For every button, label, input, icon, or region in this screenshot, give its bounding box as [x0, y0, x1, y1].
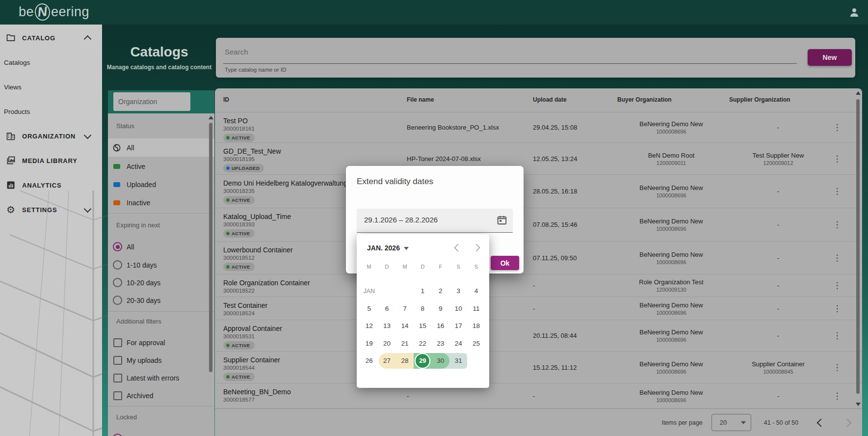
day-number[interactable]: 16 [437, 322, 444, 329]
day-number[interactable]: 27 [383, 357, 391, 364]
row-menu-button[interactable]: ⋮ [831, 175, 843, 208]
calendar-day-cell[interactable]: 16 [432, 317, 449, 335]
table-row[interactable]: Lowerbound Container3000018512ACTIVE07.1… [215, 242, 862, 274]
calendar-day-cell[interactable]: 5 [360, 300, 378, 318]
row-menu-button[interactable]: ⋮ [831, 320, 843, 351]
day-number[interactable]: 10 [455, 305, 462, 312]
sidebar-item-catalogs[interactable]: Catalogs [0, 50, 102, 75]
previous-page-button[interactable] [817, 418, 825, 427]
status-filter-active[interactable]: Active [108, 157, 214, 175]
sidebar-section-catalog[interactable]: CATALOG [0, 26, 102, 50]
day-number[interactable]: 24 [455, 340, 462, 347]
calendar-day-cell[interactable]: 11 [467, 300, 485, 318]
calendar-day-cell[interactable]: 14 [396, 317, 414, 335]
scroll-down-arrow-icon[interactable] [856, 403, 861, 406]
day-number[interactable]: 5 [367, 305, 371, 312]
day-number[interactable]: 31 [455, 357, 462, 364]
calendar-day-cell[interactable]: 4 [467, 282, 485, 300]
row-menu-button[interactable]: ⋮ [831, 274, 843, 297]
day-number[interactable]: 2 [439, 287, 443, 295]
day-number[interactable]: 7 [403, 305, 407, 312]
ok-button[interactable]: Ok [491, 256, 519, 270]
previous-month-button[interactable] [454, 244, 462, 252]
calendar-day-cell[interactable]: 3 [449, 282, 467, 300]
day-number[interactable]: 18 [473, 322, 480, 329]
filter-my-uploads[interactable]: My uploads [108, 351, 214, 369]
calendar-day-cell[interactable]: 24 [449, 335, 467, 353]
calendar-day-cell[interactable]: 29 [414, 352, 431, 370]
day-number[interactable]: 3 [456, 287, 460, 295]
day-number[interactable]: 19 [366, 340, 373, 347]
calendar-day-cell[interactable]: 17 [449, 317, 467, 335]
row-menu-button[interactable]: ⋮ [831, 352, 843, 383]
table-scrollbar[interactable] [856, 91, 861, 409]
sidebar-section-settings[interactable]: ⚙ SETTINGS [0, 197, 102, 222]
table-row[interactable]: Test Container3000018524-BeNeering Demo … [215, 297, 862, 320]
calendar-icon[interactable] [497, 215, 507, 225]
calendar-day-cell[interactable]: 15 [414, 317, 431, 335]
sidebar-item-views[interactable]: Views [0, 75, 102, 99]
day-number[interactable]: 12 [366, 322, 373, 329]
day-number[interactable]: 9 [439, 305, 443, 312]
status-filter-all[interactable]: All [108, 138, 214, 157]
day-number[interactable]: 22 [419, 340, 426, 347]
day-number[interactable]: 13 [383, 322, 391, 329]
calendar-day-cell[interactable]: 12 [360, 317, 378, 335]
page-size-select[interactable]: 20 [711, 414, 751, 431]
calendar-day-cell[interactable]: 18 [467, 317, 485, 335]
search-input[interactable]: Search [225, 48, 248, 56]
row-menu-button[interactable]: ⋮ [831, 112, 843, 142]
day-number[interactable]: 14 [401, 322, 408, 329]
scrollbar-thumb[interactable] [856, 99, 860, 394]
scroll-up-arrow-icon[interactable] [856, 91, 861, 95]
filter-archived[interactable]: Archived [108, 386, 214, 405]
calendar-day-cell[interactable]: 31 [449, 352, 467, 370]
row-menu-button[interactable]: ⋮ [831, 208, 843, 241]
row-menu-button[interactable]: ⋮ [831, 297, 843, 320]
expiring-filter-all[interactable]: All [108, 238, 214, 256]
day-number[interactable]: 28 [401, 357, 408, 364]
calendar-day-cell[interactable]: 22 [414, 335, 431, 353]
table-row[interactable]: Role Organization Container3000018522-Ro… [215, 274, 862, 297]
calendar-day-cell[interactable]: 6 [378, 300, 395, 318]
calendar-day-cell[interactable]: 13 [378, 317, 395, 335]
calendar-day-cell[interactable]: 19 [360, 335, 378, 353]
scrollbar-thumb[interactable] [209, 123, 212, 372]
filter-for-approval[interactable]: For approval [108, 333, 214, 352]
calendar-day-cell[interactable]: 26 [360, 352, 378, 370]
table-row[interactable]: Katalog_Upload_Time3000018393ACTIVE07.08… [215, 208, 862, 242]
sidebar-section-media-library[interactable]: MEDIA LIBRARY [0, 148, 102, 173]
day-number[interactable]: 21 [401, 340, 408, 347]
user-account-icon[interactable] [848, 6, 860, 18]
table-row[interactable]: BeNeeting_BN_Demo3000018577--BeNeering D… [215, 383, 862, 409]
calendar-day-cell[interactable]: 8 [414, 300, 431, 318]
filter-latest-with-errors[interactable]: Latest with errors [108, 369, 214, 387]
row-menu-button[interactable]: ⋮ [831, 143, 843, 174]
day-number[interactable]: 11 [473, 305, 480, 312]
day-number[interactable]: 4 [474, 287, 478, 295]
day-number[interactable]: 26 [366, 357, 373, 364]
table-row[interactable]: GD_DE_Test_New3000018195UPLOADEDHP-Toner… [215, 143, 862, 175]
calendar-day-cell[interactable]: 1 [414, 282, 431, 300]
calendar-day-cell[interactable]: 7 [396, 300, 414, 318]
day-number[interactable]: 25 [473, 340, 480, 347]
calendar-day-cell[interactable]: 23 [432, 335, 449, 353]
calendar-day-cell[interactable]: 10 [449, 300, 467, 318]
day-number[interactable]: 30 [437, 357, 444, 364]
row-menu-button[interactable]: ⋮ [831, 242, 843, 274]
row-menu-button[interactable]: ⋮ [831, 383, 843, 408]
day-number[interactable]: 20 [383, 340, 391, 347]
sidebar-item-products[interactable]: Products [0, 99, 102, 124]
sidebar-section-organization[interactable]: ORGANIZATION [0, 124, 102, 148]
sidebar-section-analytics[interactable]: ANALYTICS [0, 173, 102, 197]
day-number[interactable]: 8 [421, 305, 425, 312]
calendar-day-cell[interactable]: 25 [467, 335, 485, 353]
status-filter-inactive[interactable]: Inactive [108, 193, 214, 212]
day-number[interactable]: 17 [455, 322, 462, 329]
table-row[interactable]: Approval Container3000018531ACTIVE20.11.… [215, 320, 862, 352]
calendar-day-cell[interactable]: 9 [432, 300, 449, 318]
day-number[interactable]: 23 [437, 340, 444, 347]
scroll-up-arrow-icon[interactable] [209, 116, 213, 119]
next-month-button[interactable] [473, 244, 480, 252]
expiring-filter-20-30[interactable]: 20-30 days [108, 291, 214, 309]
